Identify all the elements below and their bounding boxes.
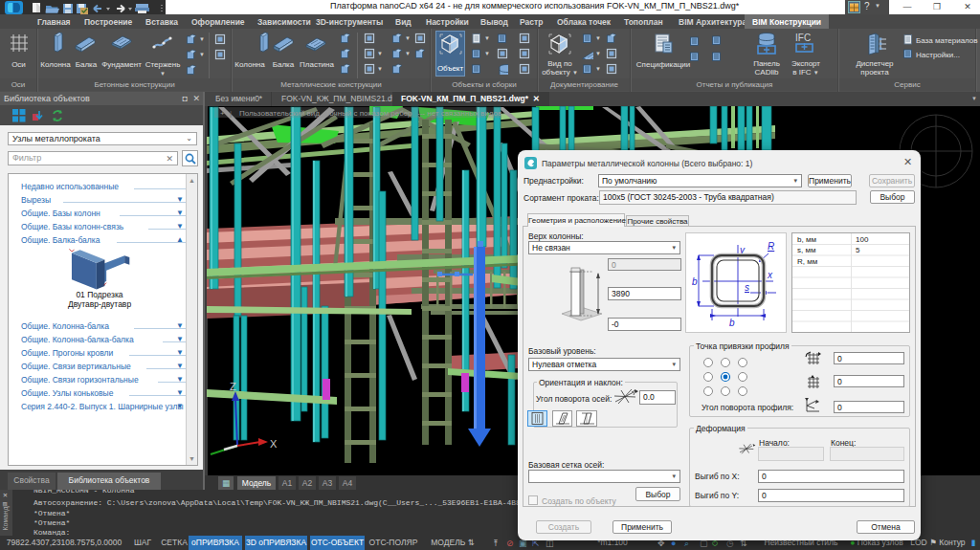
- svg-text:⤒: ⤒: [494, 539, 498, 548]
- svg-text:b: b: [729, 318, 735, 328]
- svg-text:Пользовательский вид: Пользовательский вид: [239, 109, 320, 118]
- svg-text:|: |: [316, 109, 318, 118]
- svg-text:Z: Z: [230, 381, 236, 392]
- svg-text:x: x: [767, 270, 773, 280]
- svg-text:--- нет связанных видов---: --- нет связанных видов---: [417, 109, 510, 118]
- svg-text:b, мм: b, мм: [797, 235, 816, 244]
- svg-text:Точный с показом ребер: Точный с показом ребер: [325, 109, 412, 118]
- svg-text:R, мм: R, мм: [797, 257, 817, 266]
- svg-text:|: |: [230, 109, 232, 118]
- svg-text:b: b: [692, 276, 698, 287]
- svg-text:⊘: ⊘: [506, 539, 514, 548]
- svg-text:5: 5: [856, 246, 860, 254]
- svg-text:+: +: [220, 109, 225, 118]
- svg-text:s: s: [745, 282, 749, 293]
- svg-text:100: 100: [856, 235, 869, 244]
- svg-text:R: R: [768, 241, 774, 252]
- svg-text:s, мм: s, мм: [797, 246, 815, 254]
- svg-text:X: X: [270, 438, 278, 450]
